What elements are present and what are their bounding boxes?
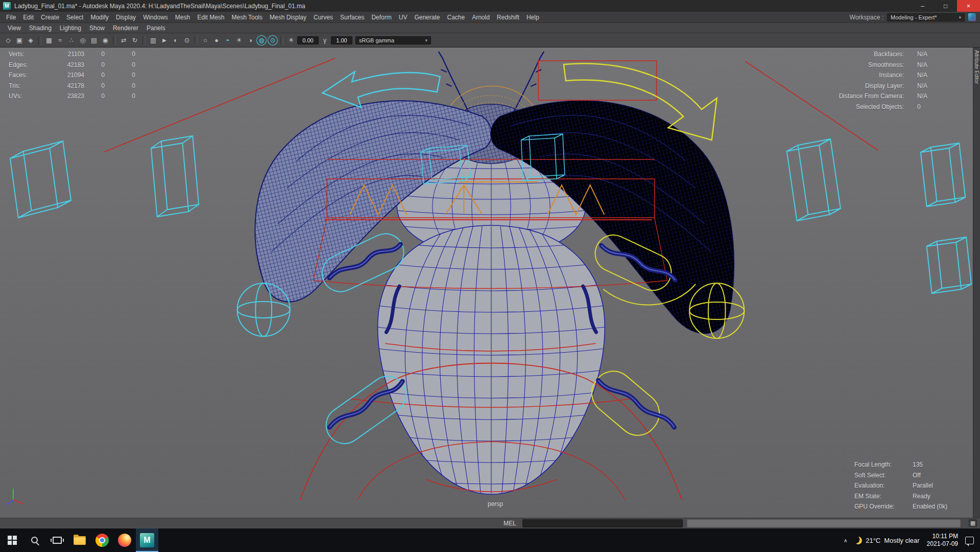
object-details-row: Display Layer: N/A: [770, 81, 958, 91]
status-line-toolbar: ◇▣◈▦≈∴◎▤◉⇄↻▥►◐⊙○●◓☀◑◍⊙ ☀ γ sRGB gamma ▾: [0, 33, 980, 48]
close-icon: ×: [967, 3, 970, 10]
gamma-input[interactable]: [331, 36, 352, 44]
menu-item[interactable]: File: [3, 12, 19, 23]
panel-menu-item[interactable]: Shading: [25, 23, 56, 33]
workspace-dropdown[interactable]: Modeling - Expert* ▾: [887, 13, 965, 21]
maximize-icon: □: [944, 3, 947, 10]
hidden-icons-chevron[interactable]: ∧: [844, 538, 847, 543]
shaded-display-icon[interactable]: ●: [211, 35, 222, 45]
ao-display-icon[interactable]: ◍: [256, 35, 267, 45]
menu-item[interactable]: Deform: [368, 12, 395, 23]
minimize-button[interactable]: –: [911, 0, 934, 12]
start-button[interactable]: [1, 528, 23, 552]
weather-widget[interactable]: 21°C Mostly clear: [854, 537, 919, 544]
attribute-editor-tab[interactable]: Attribute Editor: [974, 50, 979, 84]
taskbar-clock[interactable]: 10:11 PM 2021-07-09: [927, 533, 958, 548]
toolbar-divider[interactable]: [142, 36, 146, 45]
select-by-hierarchy-icon[interactable]: ◇: [3, 35, 13, 45]
menu-item[interactable]: Select: [63, 12, 87, 23]
perspective-viewport[interactable]: Verts: 21103 0 0 Edges: 42183 0 0 Faces:: [0, 48, 973, 518]
menu-item[interactable]: Curves: [310, 12, 337, 23]
menu-item[interactable]: Mesh Tools: [228, 12, 266, 23]
open-render-view-icon[interactable]: ▥: [148, 35, 158, 45]
workspace-selector: Workspace : Modeling - Expert* ▾: [850, 13, 980, 21]
menu-item[interactable]: Generate: [411, 12, 443, 23]
command-line-bar: MEL ▦: [0, 518, 980, 528]
toolbar-divider[interactable]: [38, 36, 41, 45]
minimize-icon: –: [921, 3, 924, 10]
select-by-object-icon[interactable]: ▣: [14, 35, 25, 45]
mel-mode-selector[interactable]: MEL: [504, 520, 516, 527]
panel-menu-item[interactable]: Panels: [142, 23, 170, 33]
input-connections-icon[interactable]: ⇄: [118, 35, 129, 45]
camera-info-row: Evaluation: Parallel: [854, 480, 947, 491]
weather-temp: 21°C: [866, 537, 880, 544]
menu-item[interactable]: Cache: [443, 12, 468, 23]
lights-display-icon[interactable]: ☀: [234, 35, 244, 45]
textured-display-icon[interactable]: ◓: [223, 35, 233, 45]
panel-menu-item[interactable]: Show: [85, 23, 109, 33]
menu-item[interactable]: Help: [523, 12, 543, 23]
poly-stats-row: Tris: 42178 0 0: [9, 81, 135, 91]
view-transform-dropdown[interactable]: sRGB gamma ▾: [355, 36, 431, 44]
menu-item[interactable]: Modify: [87, 12, 112, 23]
menu-item[interactable]: Redshift: [493, 12, 523, 23]
menu-item[interactable]: Edit Mesh: [194, 12, 228, 23]
menu-item[interactable]: Arnold: [468, 12, 493, 23]
camera-name-label: persp: [467, 500, 523, 508]
firefox-button[interactable]: [113, 528, 136, 552]
panel-menu-item[interactable]: Lighting: [56, 23, 85, 33]
workspace-switch-icon[interactable]: [968, 13, 976, 21]
viewport-canvas[interactable]: [0, 48, 973, 518]
menu-item[interactable]: Mesh: [172, 12, 194, 23]
antialias-display-icon[interactable]: ⊙: [268, 35, 278, 45]
construction-history-icon[interactable]: ↻: [130, 35, 140, 45]
panel-layout-icon[interactable]: ▦: [969, 519, 977, 527]
command-feedback-field[interactable]: [687, 519, 961, 527]
snap-to-point-icon[interactable]: ∴: [66, 35, 77, 45]
snap-to-grid-icon[interactable]: ▦: [44, 35, 54, 45]
maximize-button[interactable]: □: [934, 0, 957, 12]
snap-to-projected-center-icon[interactable]: ◎: [78, 35, 88, 45]
menu-item[interactable]: Create: [37, 12, 63, 23]
action-center-icon[interactable]: [965, 537, 974, 544]
menu-item[interactable]: Windows: [139, 12, 172, 23]
render-settings-icon[interactable]: ⊙: [182, 35, 192, 45]
menu-items: FileEditCreateSelectModifyDisplayWindows…: [0, 12, 543, 23]
wireframe-display-icon[interactable]: ○: [200, 35, 210, 45]
task-view-button[interactable]: [46, 528, 68, 552]
close-button[interactable]: ×: [957, 0, 980, 12]
poly-stats-row: Edges: 42183 0 0: [9, 60, 135, 71]
status-line-icons: ◇▣◈▦≈∴◎▤◉⇄↻▥►◐⊙○●◓☀◑◍⊙: [3, 35, 285, 45]
snap-to-view-plane-icon[interactable]: ▤: [89, 35, 99, 45]
clock-time: 10:11 PM: [933, 533, 958, 540]
toolbar-divider[interactable]: [195, 36, 198, 45]
file-explorer-button[interactable]: [68, 528, 91, 552]
maya-taskbar-button[interactable]: M: [136, 528, 158, 552]
search-button[interactable]: [23, 528, 46, 552]
object-details-row: Selected Objects: 0: [770, 102, 958, 112]
menu-item[interactable]: Mesh Display: [266, 12, 310, 23]
render-frame-icon[interactable]: ►: [159, 35, 170, 45]
maya-application-window: M Ladybug_Final_01.ma* - Autodesk Maya 2…: [0, 0, 980, 552]
panel-menu-item[interactable]: View: [4, 23, 25, 33]
ipr-render-icon[interactable]: ◐: [171, 35, 181, 45]
mel-command-input[interactable]: [522, 519, 683, 527]
menu-item[interactable]: Edit: [19, 12, 37, 23]
shadows-display-icon[interactable]: ◑: [245, 35, 255, 45]
select-by-component-icon[interactable]: ◈: [26, 35, 36, 45]
chrome-button[interactable]: [91, 528, 113, 552]
menu-item[interactable]: Surfaces: [337, 12, 368, 23]
system-tray: ∧ 21°C Mostly clear 10:11 PM 2021-07-09: [844, 528, 980, 552]
make-live-icon[interactable]: ◉: [100, 35, 110, 45]
gamma-icon: γ: [320, 35, 330, 45]
toolbar-divider[interactable]: [280, 36, 283, 45]
menu-item[interactable]: Display: [112, 12, 139, 23]
exposure-input[interactable]: [297, 36, 319, 44]
weather-condition: Mostly clear: [884, 537, 919, 544]
panel-menu-item[interactable]: Renderer: [109, 23, 142, 33]
menu-item[interactable]: UV: [395, 12, 411, 23]
right-panel-strip: Attribute Editor: [973, 48, 980, 518]
toolbar-divider[interactable]: [113, 36, 116, 45]
snap-to-curve-icon[interactable]: ≈: [55, 35, 65, 45]
